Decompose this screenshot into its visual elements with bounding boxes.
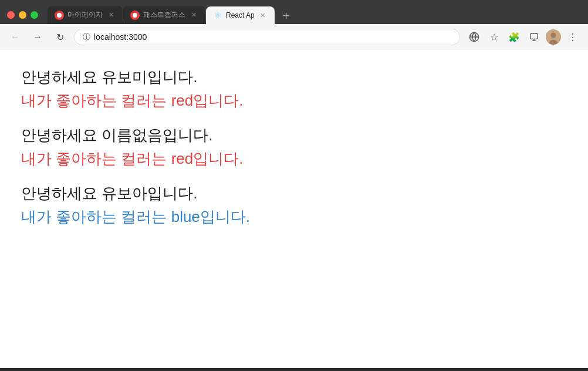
window-close-button[interactable] xyxy=(7,11,15,19)
reload-button[interactable]: ↻ xyxy=(52,29,68,45)
lock-icon: ⓘ xyxy=(83,32,90,42)
toolbar-icons: ☆ 🧩 ⋮ xyxy=(466,29,581,45)
tab-close-mypage[interactable]: ✕ xyxy=(106,11,116,20)
address-text: localhost:3000 xyxy=(94,32,451,42)
window-minimize-button[interactable] xyxy=(19,11,26,19)
greeting-block-3: 안녕하세요 유보아입니다. 내가 좋아하는 컬러는 blue입니다. xyxy=(21,183,567,228)
tab-react[interactable]: ⚛ React Ap ✕ xyxy=(206,6,275,24)
window-maximize-button[interactable] xyxy=(31,11,38,19)
tab-label-mypage: 마이페이지 xyxy=(67,10,103,20)
new-tab-button[interactable]: + xyxy=(278,8,295,24)
menu-icon[interactable]: ⋮ xyxy=(565,29,581,45)
tab-close-fastcampus[interactable]: ✕ xyxy=(189,11,198,20)
address-bar[interactable]: ⓘ localhost:3000 xyxy=(74,29,460,45)
greeting-name-2: 안녕하세요 이름없음입니다. xyxy=(21,124,567,146)
back-button[interactable]: ← xyxy=(7,29,23,45)
avatar[interactable] xyxy=(546,29,561,45)
tab-fastcampus[interactable]: 패스트캠퍼스 ✕ xyxy=(123,6,205,24)
greeting-block-1: 안녕하세요 유보미입니다. 내가 좋아하는 컬러는 red입니다. xyxy=(21,66,567,112)
tabs-bar: 마이페이지 ✕ 패스트캠퍼스 ✕ ⚛ React Ap ✕ + xyxy=(48,6,581,24)
greeting-color-1: 내가 좋아하는 컬러는 red입니다. xyxy=(21,90,567,111)
extensions-icon[interactable]: 🧩 xyxy=(506,29,522,45)
svg-point-4 xyxy=(551,33,556,38)
greeting-name-3: 안녕하세요 유보아입니다. xyxy=(21,183,567,204)
tab-favicon-mypage xyxy=(55,11,64,20)
nav-bar: ← → ↻ ⓘ localhost:3000 ☆ 🧩 xyxy=(0,24,588,50)
title-bar: 마이페이지 ✕ 패스트캠퍼스 ✕ ⚛ React Ap ✕ + xyxy=(0,0,588,24)
media-router-icon[interactable] xyxy=(526,29,542,45)
window-controls xyxy=(7,11,38,19)
tab-label-react: React Ap xyxy=(226,11,255,19)
svg-rect-0 xyxy=(530,33,538,39)
translate-icon[interactable] xyxy=(466,29,482,45)
tab-mypage[interactable]: 마이페이지 ✕ xyxy=(48,6,123,24)
tab-close-react[interactable]: ✕ xyxy=(258,11,268,20)
greeting-color-3: 내가 좋아하는 컬러는 blue입니다. xyxy=(21,206,567,227)
browser-chrome: 마이페이지 ✕ 패스트캠퍼스 ✕ ⚛ React Ap ✕ + ← → xyxy=(0,0,588,50)
greeting-color-2: 내가 좋아하는 컬러는 red입니다. xyxy=(21,148,567,169)
bookmark-icon[interactable]: ☆ xyxy=(486,29,502,45)
tab-label-fastcampus: 패스트캠퍼스 xyxy=(143,10,185,20)
tab-favicon-react: ⚛ xyxy=(213,11,222,20)
greeting-block-2: 안녕하세요 이름없음입니다. 내가 좋아하는 컬러는 red입니다. xyxy=(21,124,567,170)
forward-button[interactable]: → xyxy=(29,29,46,45)
page-content: 안녕하세요 유보미입니다. 내가 좋아하는 컬러는 red입니다. 안녕하세요 … xyxy=(0,50,588,368)
greeting-name-1: 안녕하세요 유보미입니다. xyxy=(21,66,567,87)
tab-favicon-fastcampus xyxy=(130,11,140,20)
